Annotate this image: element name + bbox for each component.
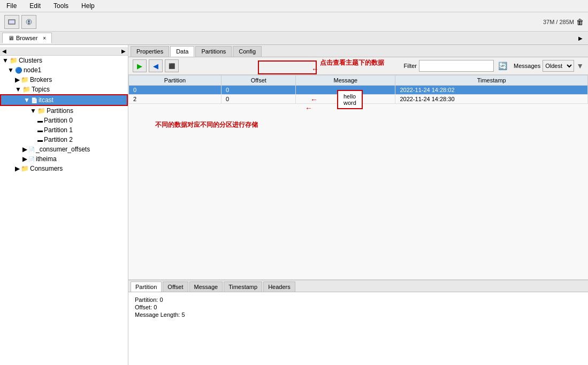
table-row[interactable]: 2 0 2022-11-24 14:28:30 xyxy=(129,95,588,104)
topic-icon-itcast: 📄 xyxy=(31,97,37,103)
menu-help[interactable]: Help xyxy=(79,1,97,11)
topic-icon-consumer-offsets: 📄 xyxy=(28,147,35,153)
sidebar-tree: ◀ ▶ ▼ 📁 Clusters ▼ 🔵 node1 ▶ 📁 Brokers ▼… xyxy=(0,45,128,365)
trash-icon[interactable]: 🗑 xyxy=(576,18,584,26)
browser-tab-icon: 🖥 xyxy=(8,35,14,41)
folder-icon-partitions: 📁 xyxy=(37,107,45,115)
cell-partition: 2 xyxy=(129,95,222,104)
tab-properties[interactable]: Properties xyxy=(131,46,169,57)
sidebar-label-partition2: Partition 2 xyxy=(44,136,73,143)
cell-timestamp: 2022-11-24 14:28:30 xyxy=(395,95,588,104)
sidebar-item-partition2[interactable]: ▬ Partition 2 xyxy=(0,135,128,145)
col-header-partition: Partition xyxy=(129,75,222,86)
folder-icon: 📁 xyxy=(10,57,18,64)
partition1-icon: ▬ xyxy=(37,127,43,133)
browser-tab[interactable]: 🖥 Browser × xyxy=(2,33,52,43)
annotation-arrow-1: ← xyxy=(311,65,319,73)
tree-expand-all[interactable]: ◀ xyxy=(2,48,6,54)
sidebar-item-itheima[interactable]: ▶ 📄 itheima xyxy=(0,154,128,164)
cell-offset: 0 xyxy=(222,86,296,95)
cell-message xyxy=(296,86,395,95)
sidebar-item-brokers[interactable]: ▶ 📁 Brokers xyxy=(0,75,128,85)
expand-icon-topics: ▼ xyxy=(15,86,21,93)
sidebar-label-itheima: itheima xyxy=(36,155,57,163)
back-button[interactable]: ◀ xyxy=(149,59,163,72)
expand-icon: ▼ xyxy=(2,57,9,64)
refresh-icon[interactable]: 🔄 xyxy=(496,62,509,70)
detail-offset-line: Offset: 0 xyxy=(135,304,582,310)
data-main-wrapper: ▶ ◀ ⬛ 点击查看主题下的数据 ← Filter 🔄 Messages Old… xyxy=(128,57,588,279)
detail-tab-offset[interactable]: Offset xyxy=(163,282,188,292)
sidebar-label-itcast: itcast xyxy=(39,96,54,104)
detail-tab-bar: Partition Offset Message Timestamp Heade… xyxy=(128,280,588,292)
stop-button[interactable]: ⬛ xyxy=(165,59,179,72)
menu-edit[interactable]: Edit xyxy=(27,1,43,11)
detail-tab-timestamp[interactable]: Timestamp xyxy=(224,282,262,292)
tab-partitions[interactable]: Partitions xyxy=(195,46,232,57)
sidebar-label-consumer-offsets: _consumer_offsets xyxy=(36,146,90,153)
sidebar-item-consumer-offsets[interactable]: ▶ 📄 _consumer_offsets xyxy=(0,145,128,154)
detail-tab-message[interactable]: Message xyxy=(189,282,223,292)
content-tab-bar: Properties Data Partitions Config xyxy=(128,45,588,57)
sidebar-label-node1: node1 xyxy=(24,66,41,74)
sidebar-item-partition1[interactable]: ▬ Partition 1 xyxy=(0,125,128,135)
sidebar-item-topics[interactable]: ▼ 📁 Topics xyxy=(0,85,128,94)
memory-usage: 37M / 285M xyxy=(543,19,574,25)
detail-tab-partition[interactable]: Partition xyxy=(131,282,162,292)
cell-partition: 0 xyxy=(129,86,222,95)
table-row[interactable]: 0 0 2022-11-24 14:28:02 xyxy=(129,86,588,95)
toolbar-btn-2[interactable] xyxy=(21,15,36,29)
sidebar-item-partitions-folder[interactable]: ▼ 📁 Partitions xyxy=(0,106,128,116)
menu-tools[interactable]: Tools xyxy=(51,1,71,11)
tree-collapse-all[interactable]: ▶ xyxy=(121,48,126,54)
sidebar-item-partition0[interactable]: ▬ Partition 0 xyxy=(0,116,128,125)
detail-message-length-line: Message Length: 5 xyxy=(135,311,582,318)
cell-message xyxy=(296,95,395,104)
topic-icon-itheima: 📄 xyxy=(28,156,35,162)
partition0-icon: ▬ xyxy=(37,118,43,124)
menu-bar: File Edit Tools Help xyxy=(0,0,588,12)
messages-select[interactable]: Oldest Newest xyxy=(543,60,574,72)
expand-icon-itheima: ▶ xyxy=(22,155,27,163)
tab-data[interactable]: Data xyxy=(170,46,194,57)
cell-timestamp: 2022-11-24 14:28:02 xyxy=(395,86,588,95)
sidebar-item-consumers[interactable]: ▶ 📁 Consumers xyxy=(0,164,128,173)
sidebar-item-clusters[interactable]: ▼ 📁 Clusters xyxy=(0,56,128,65)
sidebar-label-clusters: Clusters xyxy=(19,57,42,64)
detail-panel: Partition Offset Message Timestamp Heade… xyxy=(128,279,588,365)
svg-rect-1 xyxy=(9,20,14,24)
menu-file[interactable]: File xyxy=(4,1,19,11)
detail-partition-line: Partition: 0 xyxy=(135,296,582,303)
folder-icon-topics: 📁 xyxy=(22,86,30,93)
browser-tab-label: Browser xyxy=(16,35,37,41)
partition2-icon: ▬ xyxy=(37,137,43,143)
data-toolbar: ▶ ◀ ⬛ 点击查看主题下的数据 ← Filter 🔄 Messages Old… xyxy=(128,57,588,75)
tab-config[interactable]: Config xyxy=(233,46,262,57)
browser-tab-close[interactable]: × xyxy=(43,35,46,41)
data-table-scroll[interactable]: Partition Offset Message Timestamp 0 0 xyxy=(128,75,588,279)
dropdown-arrow[interactable]: ▼ xyxy=(576,62,584,70)
sidebar-item-itcast[interactable]: ▼ 📄 itcast xyxy=(0,94,128,106)
sidebar-label-brokers: Brokers xyxy=(30,76,52,83)
messages-label: Messages xyxy=(514,63,540,69)
expand-icon-itcast: ▼ xyxy=(24,96,30,104)
expand-arrow[interactable]: ▶ xyxy=(575,34,586,42)
filter-input[interactable] xyxy=(419,60,494,72)
content-area: Properties Data Partitions Config ▶ ◀ ⬛ … xyxy=(128,45,588,365)
table-wrapper: Partition Offset Message Timestamp 0 0 xyxy=(128,75,588,279)
top-tab-bar: 🖥 Browser × ▶ xyxy=(0,32,588,45)
sidebar-item-node1[interactable]: ▼ 🔵 node1 xyxy=(0,65,128,75)
expand-icon-consumers: ▶ xyxy=(15,165,20,172)
data-table: Partition Offset Message Timestamp 0 0 xyxy=(128,75,588,104)
filter-label: Filter xyxy=(404,63,417,69)
sidebar-label-partitions: Partitions xyxy=(47,107,73,115)
cell-offset: 0 xyxy=(222,95,296,104)
sidebar-label-partition1: Partition 1 xyxy=(44,126,73,134)
toolbar-btn-1[interactable] xyxy=(4,15,19,29)
play-button[interactable]: ▶ xyxy=(133,59,147,72)
detail-tab-headers[interactable]: Headers xyxy=(263,282,295,292)
expand-icon-consumer-offsets: ▶ xyxy=(22,146,27,153)
expand-icon-node1: ▼ xyxy=(7,66,14,74)
folder-icon-brokers: 📁 xyxy=(21,76,29,83)
detail-content: Partition: 0 Offset: 0 Message Length: 5 xyxy=(128,292,588,365)
